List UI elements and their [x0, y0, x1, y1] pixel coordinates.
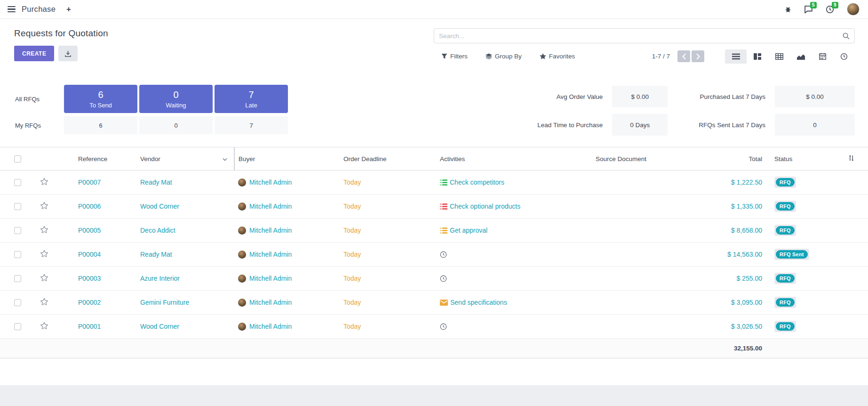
calendar-view-button[interactable] [812, 49, 833, 64]
activity-clock-icon[interactable] [440, 251, 447, 258]
row-checkbox[interactable] [14, 275, 21, 282]
my-late-cell[interactable]: 7 [215, 116, 288, 134]
favorite-star-icon[interactable] [40, 178, 48, 186]
filters-menu[interactable]: Filters [441, 53, 468, 60]
favorite-star-icon[interactable] [40, 322, 48, 330]
reference-link[interactable]: P00002 [78, 299, 101, 306]
activity-clock-icon[interactable] [440, 323, 447, 330]
waiting-filter-button[interactable]: 0 Waiting [139, 85, 213, 113]
chevron-left-icon [682, 54, 686, 59]
row-checkbox[interactable] [14, 203, 21, 210]
table-row[interactable]: P00007 Ready Mat Mitchell Admin Today Ch… [0, 171, 868, 195]
pager-next-button[interactable] [692, 50, 704, 62]
select-all-checkbox[interactable] [14, 155, 21, 162]
header-source-document[interactable]: Source Document [595, 147, 708, 171]
export-button[interactable] [58, 46, 78, 61]
reference-link[interactable]: P00005 [78, 227, 101, 234]
total-value: $ 1,335.00 [731, 203, 762, 210]
pivot-view-button[interactable] [768, 49, 790, 64]
my-waiting-cell[interactable]: 0 [139, 116, 213, 134]
buyer-link[interactable]: Mitchell Admin [249, 203, 292, 210]
header-order-deadline[interactable]: Order Deadline [342, 147, 439, 171]
user-avatar[interactable] [847, 3, 860, 16]
activity-link[interactable]: Check competitors [450, 179, 504, 186]
favorite-star-icon[interactable] [40, 202, 48, 210]
favorites-menu[interactable]: Favorites [540, 53, 575, 60]
activity-clock-icon[interactable] [440, 275, 447, 282]
favorite-star-icon[interactable] [40, 274, 48, 282]
activity-view-button[interactable] [833, 49, 855, 64]
favorite-star-icon[interactable] [40, 298, 48, 306]
buyer-link[interactable]: Mitchell Admin [249, 179, 292, 186]
header-settings[interactable] [837, 147, 868, 171]
table-row[interactable]: P00003 Azure Interior Mitchell Admin Tod… [0, 267, 868, 291]
header-status[interactable]: Status [773, 147, 837, 171]
activity-clock-icon[interactable]: 9 [826, 5, 834, 14]
activity-todo-icon[interactable] [440, 203, 447, 210]
reference-link[interactable]: P00006 [78, 203, 101, 210]
buyer-link[interactable]: Mitchell Admin [249, 275, 292, 282]
row-checkbox[interactable] [14, 251, 21, 258]
create-button[interactable]: CREATE [14, 46, 54, 61]
buyer-link[interactable]: Mitchell Admin [249, 227, 292, 234]
kanban-view-button[interactable] [747, 49, 768, 64]
table-row[interactable]: P00006 Wood Corner Mitchell Admin Today … [0, 195, 868, 219]
graph-view-icon [797, 53, 805, 60]
header-vendor[interactable]: Vendor [126, 147, 234, 171]
search-options-row: Filters Group By Favorites 1-7 / 7 [434, 49, 855, 64]
header-buyer[interactable]: Buyer [234, 147, 342, 171]
vendor-link[interactable]: Wood Corner [140, 323, 179, 330]
header-reference[interactable]: Reference [60, 147, 126, 171]
footer-total: 32,155.00 [0, 339, 773, 358]
vendor-link[interactable]: Azure Interior [140, 275, 180, 282]
buyer-link[interactable]: Mitchell Admin [249, 323, 292, 330]
header-total[interactable]: Total [708, 147, 773, 171]
activity-todo-icon[interactable] [440, 179, 447, 186]
reference-link[interactable]: P00007 [78, 179, 101, 186]
table-row[interactable]: P00002 Gemini Furniture Mitchell Admin T… [0, 291, 868, 315]
reference-link[interactable]: P00003 [78, 275, 101, 282]
row-checkbox[interactable] [14, 299, 21, 306]
buyer-link[interactable]: Mitchell Admin [249, 251, 292, 258]
activity-link[interactable]: Check optional products [450, 203, 520, 210]
activity-todo-icon[interactable] [440, 227, 447, 234]
bug-icon[interactable] [785, 6, 791, 13]
order-deadline-value: Today [343, 179, 361, 186]
vendor-link[interactable]: Gemini Furniture [140, 299, 189, 306]
to-send-filter-button[interactable]: 6 To Send [64, 85, 137, 113]
header-activities[interactable]: Activities [439, 147, 595, 171]
activity-link[interactable]: Get approval [450, 227, 487, 234]
table-row[interactable]: P00001 Wood Corner Mitchell Admin Today … [0, 315, 868, 339]
apps-menu-icon[interactable] [8, 6, 16, 13]
search-icon[interactable] [843, 32, 850, 40]
pager-previous-button[interactable] [677, 50, 690, 62]
control-panel-right: Filters Group By Favorites 1-7 / 7 [434, 28, 855, 64]
row-checkbox[interactable] [14, 323, 21, 330]
reference-link[interactable]: P00001 [78, 323, 101, 330]
activity-email-icon[interactable] [440, 300, 448, 306]
vendor-link[interactable]: Wood Corner [140, 203, 179, 210]
app-title[interactable]: Purchase [22, 5, 56, 14]
row-checkbox[interactable] [14, 179, 21, 186]
favorite-star-icon[interactable] [40, 250, 48, 258]
activity-link[interactable]: Send specifications [450, 299, 507, 306]
buyer-link[interactable]: Mitchell Admin [249, 299, 292, 306]
reference-link[interactable]: P00004 [78, 251, 101, 258]
group-by-menu[interactable]: Group By [486, 53, 522, 60]
buyer-avatar [238, 299, 246, 307]
table-row[interactable]: P00005 Deco Addict Mitchell Admin Today … [0, 219, 868, 243]
group-by-label: Group By [495, 53, 522, 60]
vendor-link[interactable]: Deco Addict [140, 227, 175, 234]
messages-bubble-icon[interactable]: 5 [804, 5, 813, 14]
graph-view-button[interactable] [790, 49, 812, 64]
vendor-link[interactable]: Ready Mat [140, 179, 172, 186]
search-input[interactable] [439, 32, 843, 40]
vendor-link[interactable]: Ready Mat [140, 251, 172, 258]
list-view-button[interactable] [725, 49, 747, 64]
new-tab-button[interactable]: + [66, 5, 71, 14]
my-to-send-cell[interactable]: 6 [64, 116, 137, 134]
table-row[interactable]: P00004 Ready Mat Mitchell Admin Today $ … [0, 243, 868, 267]
row-checkbox[interactable] [14, 227, 21, 234]
late-filter-button[interactable]: 7 Late [215, 85, 288, 113]
favorite-star-icon[interactable] [40, 226, 48, 234]
